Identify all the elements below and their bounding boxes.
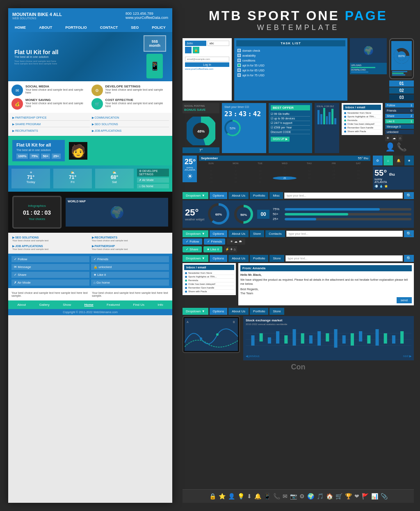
follow-btn[interactable]: ✓ Follow <box>11 256 89 262</box>
footer-nav-show[interactable]: Show <box>63 303 71 307</box>
search-btn-2[interactable]: 🔍 <box>404 230 414 237</box>
air-mode-btn2[interactable]: ✗ Air Mode <box>11 280 89 286</box>
friends-btn[interactable]: ✓ Friends <box>91 256 169 262</box>
nav-about-4[interactable]: About Us <box>228 308 249 315</box>
link-recruit[interactable]: ▶ RECRUITMENTS <box>11 128 90 133</box>
air-mode-btn[interactable]: ✗ Air Mode <box>137 178 169 183</box>
unlocked-btn[interactable]: 🔓 unlocked <box>91 264 169 270</box>
nav-dropdown-1[interactable]: Dropdown ▼ <box>183 192 208 199</box>
footer-nav-gallery[interactable]: Gallery <box>39 303 49 307</box>
inbox2-4[interactable]: Order has been delayed! <box>184 282 234 286</box>
icon-music[interactable]: 🎵 <box>317 493 324 500</box>
nav-portfolio-1[interactable]: Portfolio <box>250 192 268 199</box>
star-btn[interactable]: ★ <box>404 156 414 165</box>
login-btn[interactable]: Log In <box>185 62 229 67</box>
weather-icon[interactable]: ☀ <box>385 135 390 141</box>
nav-misc-1[interactable]: Misc <box>269 192 283 199</box>
task-cb-6[interactable] <box>237 73 241 77</box>
nav-portfolio-3[interactable]: Portfolio <box>250 255 268 262</box>
nav-about-1[interactable]: About Us <box>228 192 249 199</box>
task-cb-4[interactable] <box>237 64 241 67</box>
icon-lock[interactable]: 🔒 <box>209 493 216 500</box>
nav-portfolio[interactable]: PORTFOLIO <box>64 25 89 30</box>
link-partnership[interactable]: ▶ PARTNERSHIP OFFICE <box>11 115 90 121</box>
icon-camera[interactable]: 📷 <box>290 493 297 500</box>
gear-btn[interactable]: ⚙ <box>373 156 383 165</box>
icon-download[interactable]: ⬇ <box>247 493 252 500</box>
nav-options-3[interactable]: Options <box>210 255 228 262</box>
link-communication[interactable]: ▶ COMMUNICATION <box>91 115 169 121</box>
cloud-icon[interactable]: ☁ <box>391 135 397 141</box>
icon-cart[interactable]: 🛒 <box>336 493 342 500</box>
task-cb-2[interactable] <box>237 54 241 57</box>
unlocked-side[interactable]: unlocked <box>385 130 414 134</box>
rain-mode[interactable]: 🌧 <box>239 240 242 243</box>
inbox2-1[interactable]: Newsletter from Store <box>184 271 234 275</box>
icon-star[interactable]: ⭐ <box>219 493 226 500</box>
nav-home[interactable]: HOME <box>13 25 27 30</box>
home-icon-side[interactable]: ⌂ <box>398 135 402 141</box>
nav-contact[interactable]: CONTACT <box>98 25 119 30</box>
friends-btn2[interactable]: ✓ Friends <box>204 238 225 245</box>
inbox2-6[interactable]: Share with Paula <box>184 290 234 293</box>
nav-dropdown-2[interactable]: Dropdown ▼ <box>183 230 208 237</box>
home-mode[interactable]: ⌂ <box>234 247 236 251</box>
inbox2-2[interactable]: Sports highlights at 75%... <box>184 275 234 279</box>
icon-user[interactable]: 👤 <box>228 493 235 500</box>
nav-store-3[interactable]: Store <box>269 255 284 262</box>
bolt-icon[interactable]: ⚡ <box>225 247 229 251</box>
nav-portfolio-4[interactable]: Portfolio <box>250 308 268 315</box>
prev-btn[interactable]: ◀ previous <box>246 355 259 358</box>
link-jobs[interactable]: ▶ JOB APPLICATIONS <box>91 128 169 133</box>
nav-about-2[interactable]: About Us <box>228 230 249 237</box>
follow-btn2[interactable]: ✓ Follow <box>183 238 202 245</box>
share-btn3[interactable]: ✓ Share <box>183 246 202 252</box>
icon-mail[interactable]: ✉ <box>283 493 288 500</box>
search-btn-1[interactable]: 🔍 <box>404 192 414 199</box>
like-btn2[interactable]: ★ Like it <box>91 272 169 278</box>
icon-phone[interactable]: 📞 <box>273 493 280 500</box>
nav-about[interactable]: ABOUT <box>37 25 54 30</box>
footer-nav-info[interactable]: Info <box>158 303 163 307</box>
firstname-input[interactable] <box>185 41 206 46</box>
send-btn[interactable]: send <box>397 297 412 303</box>
next-btn[interactable]: next ▶ <box>403 355 411 358</box>
search-2[interactable]: type your text... <box>286 231 403 237</box>
inbox2-5[interactable]: Remember Sam handle <box>184 286 234 290</box>
home-btn2[interactable]: ⌂ <box>383 156 393 165</box>
nav-dropdown-4[interactable]: Dropdown ▼ <box>183 308 208 315</box>
friends-count[interactable]: Friends 0 <box>385 108 414 113</box>
footer-nav-home[interactable]: Home <box>84 303 94 307</box>
cloud-mode[interactable]: ☁ <box>234 240 237 243</box>
nav-policy[interactable]: POLICY <box>150 25 167 30</box>
search-1[interactable]: type your text... <box>284 192 403 199</box>
footer-nav-featured[interactable]: Featured <box>107 303 120 307</box>
nav-store-4[interactable]: Store <box>269 308 284 315</box>
email-input[interactable] <box>185 57 229 62</box>
icon-flag[interactable]: 🚩 <box>362 493 369 500</box>
icon-bell[interactable]: 🔔 <box>254 493 261 500</box>
link-share[interactable]: ▶ SHARE PROGRAM <box>11 122 90 127</box>
icon-home[interactable]: 🏠 <box>326 493 333 500</box>
nav-about-3[interactable]: About Us <box>228 255 249 262</box>
share-count[interactable]: Share 2 <box>385 114 414 118</box>
register-link[interactable]: www.yourCoffeeData.com <box>185 68 229 70</box>
nav-store-2[interactable]: Store <box>250 230 264 237</box>
inbox2-3[interactable]: Reminda <box>184 279 234 282</box>
icon-mobile[interactable]: 📱 <box>264 493 271 500</box>
footer-nav-about[interactable]: About <box>17 303 26 307</box>
search-3[interactable]: type your text... <box>285 255 403 261</box>
message-side[interactable]: Message 0 <box>385 124 414 129</box>
icon-heart[interactable]: ❤ <box>354 493 359 500</box>
nav-options-4[interactable]: Options <box>210 308 228 315</box>
icon-globe[interactable]: 🌍 <box>307 493 314 500</box>
like-count[interactable]: Like It 1 <box>385 119 414 124</box>
icon-chart[interactable]: 📊 <box>371 493 378 500</box>
icon-bulb[interactable]: 💡 <box>237 493 244 500</box>
share-btn2[interactable]: ✓ Share <box>11 272 89 278</box>
nav-options-2[interactable]: Options <box>210 230 228 237</box>
icon-trophy[interactable]: 🏆 <box>345 493 352 500</box>
task-cb-3[interactable] <box>237 59 241 62</box>
nav-dropdown-3[interactable]: Dropdown ▼ <box>183 255 208 262</box>
go-home-btn[interactable]: ⌂ Go home <box>137 184 169 188</box>
